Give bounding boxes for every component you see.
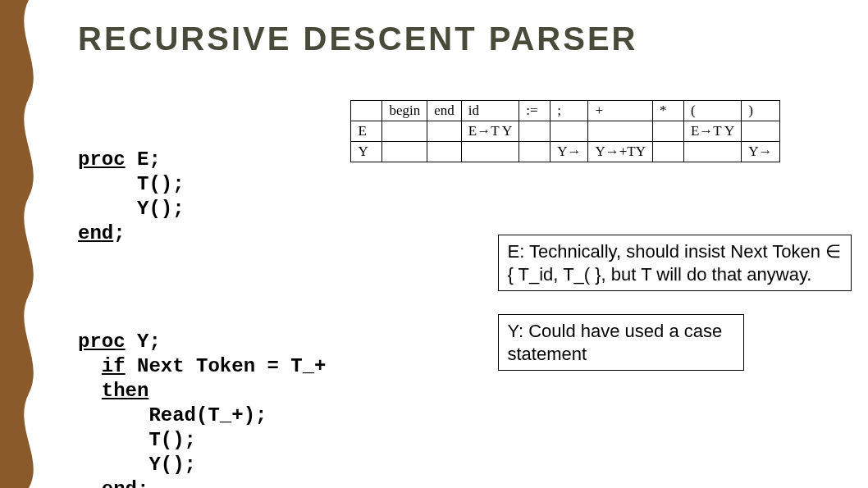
table-row: Y Y→ Y→+TY Y→: [351, 142, 779, 162]
table-corner-cell: [351, 101, 382, 121]
col-begin: begin: [382, 101, 427, 121]
table-cell: [519, 142, 550, 162]
main-row: proc E; T(); Y(); end; proc Y; if Next T…: [78, 98, 852, 488]
row-label-e: E: [351, 121, 382, 142]
col-end: end: [427, 101, 462, 121]
table-cell: Y→: [742, 142, 779, 162]
table-cell: [382, 142, 427, 162]
table-cell: [461, 142, 519, 162]
note-e: E: Technically, should insist Next Token…: [498, 235, 852, 291]
code-proc-y: proc Y; if Next Token = T_+ then Read(T_…: [78, 330, 326, 488]
note-y: Y: Could have used a case statement: [498, 314, 744, 371]
table-cell: [519, 121, 550, 142]
table-cell: [742, 121, 779, 142]
col-star: *: [652, 101, 683, 121]
table-cell: E→T Y: [683, 121, 741, 142]
table-cell: [382, 121, 427, 142]
col-lparen: (: [683, 101, 741, 121]
col-assign: :=: [519, 101, 550, 121]
table-cell: [550, 121, 588, 142]
slide-title: RECURSIVE DESCENT PARSER: [78, 21, 852, 57]
table-cell: Y→+TY: [588, 142, 653, 162]
col-plus: +: [588, 101, 653, 121]
table-cell: [427, 121, 462, 142]
col-semicolon: ;: [550, 101, 588, 121]
code-proc-e: proc E; T(); Y(); end;: [78, 148, 326, 246]
col-id: id: [461, 101, 519, 121]
table-header-row: begin end id := ; + * ( ): [351, 101, 779, 121]
code-column: proc E; T(); Y(); end; proc Y; if Next T…: [78, 98, 326, 488]
col-rparen: ): [742, 101, 779, 121]
table-cell: Y→: [550, 142, 588, 162]
note-boxes: E: Technically, should insist Next Token…: [498, 235, 852, 371]
row-label-y: Y: [351, 142, 382, 162]
decorative-wave-edge: [0, 0, 49, 488]
table-cell: [683, 142, 741, 162]
table-cell: [652, 142, 683, 162]
right-column: begin end id := ; + * ( ) E E→T Y: [350, 98, 852, 371]
slide-content: RECURSIVE DESCENT PARSER proc E; T(); Y(…: [78, 21, 852, 472]
parse-table: begin end id := ; + * ( ) E E→T Y: [350, 100, 779, 162]
table-cell: [427, 142, 462, 162]
table-row: E E→T Y E→T Y: [351, 121, 779, 142]
table-cell: E→T Y: [461, 121, 519, 142]
table-cell: [652, 121, 683, 142]
table-cell: [588, 121, 653, 142]
